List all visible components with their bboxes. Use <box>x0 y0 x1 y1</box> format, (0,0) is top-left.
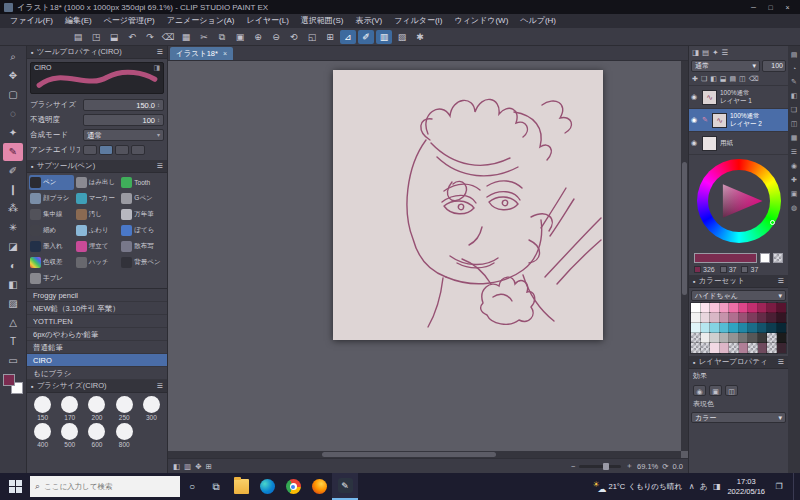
open-file-icon[interactable]: ◳ <box>88 30 104 44</box>
aa-weak-button[interactable] <box>99 145 113 155</box>
tray-icon-0[interactable]: ∧ <box>689 482 695 491</box>
material-icon[interactable]: ▨ <box>394 30 410 44</box>
brush-size-item[interactable]: 150 <box>29 396 56 421</box>
visibility-eye-icon[interactable]: ◉ <box>691 139 699 147</box>
brush-size-item[interactable]: 250 <box>111 396 138 421</box>
brush-list-item[interactable]: CIRO <box>27 354 167 367</box>
figure-tool-icon[interactable]: △ <box>3 314 23 332</box>
tray-icon-1[interactable]: あ <box>700 481 708 492</box>
sub-tool-item[interactable]: 背景ペン <box>120 255 165 270</box>
menu-item-5[interactable]: 選択範囲(S) <box>295 14 350 28</box>
color-swatch[interactable] <box>729 323 739 333</box>
panel-tab-icon-0[interactable]: ▤ <box>791 51 798 59</box>
horizontal-scrollbar[interactable] <box>168 451 681 458</box>
color-swatch[interactable] <box>729 333 739 343</box>
pen-tool-icon[interactable]: ✎ <box>3 143 23 161</box>
layer-panel-tab-icon-1[interactable]: ▤ <box>702 48 709 57</box>
menu-item-9[interactable]: ヘルプ(H) <box>514 14 562 28</box>
rotate-view-icon[interactable]: ⟲ <box>286 30 302 44</box>
effect-icon-2[interactable]: ◫ <box>725 385 738 396</box>
color-swatch[interactable] <box>748 303 758 313</box>
panel-tab-icon-10[interactable]: ▣ <box>791 190 798 198</box>
sub-tool-item[interactable]: 手ブレ <box>29 271 74 286</box>
text-tool-icon[interactable]: T <box>3 333 23 351</box>
color-swatch[interactable] <box>777 303 787 313</box>
blend-tool-icon[interactable]: ◐ <box>3 257 23 275</box>
rotate-icon[interactable]: ⟳ <box>662 462 668 471</box>
grid-icon[interactable]: ⊞ <box>322 30 338 44</box>
file-explorer-icon[interactable] <box>228 473 254 500</box>
search-input[interactable] <box>44 482 156 491</box>
opacity-input[interactable]: 100↕ <box>83 114 164 126</box>
sub-tool-item[interactable]: ふわり <box>75 223 120 238</box>
stepper-icon[interactable]: ↕ <box>157 115 160 125</box>
brush-size-item[interactable]: 200 <box>83 396 110 421</box>
layer-row[interactable]: ◉ 用紙 <box>689 132 788 155</box>
transparent-color-chip[interactable] <box>773 253 783 263</box>
copy-icon[interactable]: ⧉ <box>214 30 230 44</box>
document-tab[interactable]: イラスト18* × <box>170 47 233 60</box>
menu-item-3[interactable]: アニメーション(A) <box>161 14 241 28</box>
airbrush-tool-icon[interactable]: ⁂ <box>3 200 23 218</box>
visibility-eye-icon[interactable]: ◉ <box>691 116 699 124</box>
notification-center-button[interactable]: ❐ <box>772 482 786 491</box>
sub-tool-item[interactable]: ハッチ <box>75 255 120 270</box>
panel-tab-icon-6[interactable]: ▦ <box>791 134 798 142</box>
color-swatch[interactable] <box>777 323 787 333</box>
settings-icon[interactable]: ✱ <box>412 30 428 44</box>
color-swatch[interactable] <box>767 313 777 323</box>
color-swatch[interactable] <box>767 333 777 343</box>
new-file-icon[interactable]: ▤ <box>70 30 86 44</box>
menu-item-0[interactable]: ファイル(F) <box>4 14 59 28</box>
lasso-tool-icon[interactable]: ◌ <box>3 105 23 123</box>
sub-tool-item[interactable]: はみ出し <box>75 175 120 190</box>
aa-middle-button[interactable] <box>115 145 129 155</box>
panel-tab-icon-4[interactable]: ❏ <box>791 106 797 114</box>
tray-icon-2[interactable]: ◨ <box>713 482 721 491</box>
panel-tab-icon-9[interactable]: ✚ <box>791 176 797 184</box>
panel-menu-icon[interactable]: ☰ <box>778 277 784 285</box>
color-set-header[interactable]: ▪ カラーセット ☰ <box>689 275 788 288</box>
menu-item-1[interactable]: 編集(E) <box>59 14 98 28</box>
color-swatch[interactable] <box>739 303 749 313</box>
snap-ruler-icon[interactable]: ⊿ <box>340 30 356 44</box>
color-swatch[interactable] <box>777 313 787 323</box>
task-view-button[interactable]: ⧉ <box>204 481 228 493</box>
color-swatch[interactable] <box>729 303 739 313</box>
layer-opacity-input[interactable]: 100 <box>762 60 786 72</box>
maximize-button[interactable]: □ <box>762 4 779 11</box>
gradient-tool-icon[interactable]: ▨ <box>3 295 23 313</box>
eraser-tool-icon[interactable]: ◪ <box>3 238 23 256</box>
aa-strong-button[interactable] <box>131 145 145 155</box>
chrome-icon[interactable] <box>280 473 306 500</box>
color-swatch[interactable] <box>748 323 758 333</box>
color-swatch[interactable] <box>777 343 787 353</box>
color-swatch[interactable] <box>748 343 758 353</box>
color-swatch[interactable] <box>701 343 711 353</box>
layer-property-header[interactable]: ▪ レイヤープロパティ ☰ <box>689 356 788 369</box>
sub-tool-item[interactable]: Gペン <box>120 191 165 206</box>
vertical-scrollbar[interactable] <box>681 61 688 451</box>
taskbar-search[interactable]: ⌕ <box>30 476 180 497</box>
color-swatch[interactable] <box>758 323 768 333</box>
zoom-out-icon[interactable]: ⊖ <box>268 30 284 44</box>
pencil-tool-icon[interactable]: ✐ <box>3 162 23 180</box>
cut-icon[interactable]: ✂ <box>196 30 212 44</box>
cortana-button[interactable]: ○ <box>180 481 204 492</box>
selection-tool-icon[interactable]: ▢ <box>3 86 23 104</box>
zoom-in-icon[interactable]: ⊕ <box>250 30 266 44</box>
minimize-button[interactable]: ─ <box>745 4 762 11</box>
panel-tab-icon-11[interactable]: ◍ <box>791 204 797 212</box>
color-swatch[interactable] <box>710 303 720 313</box>
color-swatch[interactable] <box>758 343 768 353</box>
color-set-preset-select[interactable]: ハイドちゃん ▾ <box>691 290 786 301</box>
menu-item-2[interactable]: ページ管理(P) <box>98 14 161 28</box>
color-swatch[interactable] <box>758 303 768 313</box>
sub-tool-item[interactable]: 集中線 <box>29 207 74 222</box>
layer-command-icon-4[interactable]: ▤ <box>729 75 736 83</box>
paste-icon[interactable]: ▣ <box>232 30 248 44</box>
sub-tool-item[interactable]: ぼてら <box>120 223 165 238</box>
layer-command-icon-1[interactable]: ❏ <box>701 75 707 83</box>
color-swatch[interactable] <box>720 313 730 323</box>
color-swatch[interactable] <box>710 343 720 353</box>
